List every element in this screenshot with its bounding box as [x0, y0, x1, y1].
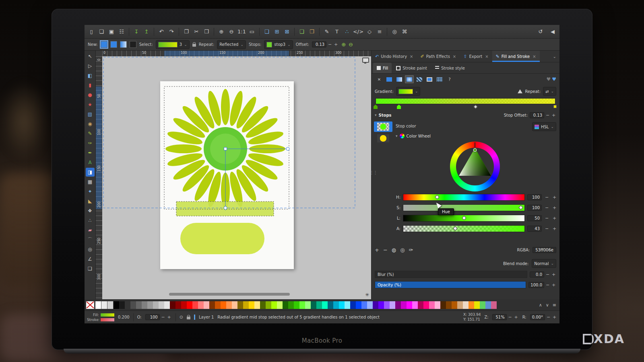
- subtab-stroke-style[interactable]: Stroke style: [431, 63, 469, 73]
- layer-lock-icon[interactable]: [187, 317, 190, 319]
- palette-swatch[interactable]: [429, 301, 435, 309]
- paint-linear-gradient-button[interactable]: [395, 75, 404, 83]
- slider-value-H[interactable]: 100: [527, 194, 542, 200]
- collapse-panel-icon[interactable]: ◀: [548, 27, 557, 36]
- tool-node-editor[interactable]: ▷: [86, 62, 95, 70]
- insert-stop-button[interactable]: ⊕: [341, 41, 346, 47]
- gradient-repeat-dropdown[interactable]: ⇄ ⌄: [543, 87, 556, 96]
- new-radial-gradient-button[interactable]: [110, 41, 117, 48]
- opacity-slider[interactable]: Opacity (%): [375, 281, 526, 288]
- stroke-swatch[interactable]: [101, 318, 114, 321]
- pot-pill-shape[interactable]: [180, 223, 264, 254]
- rgba-value[interactable]: 53ff006e: [533, 247, 556, 253]
- tool-ellipse[interactable]: ●: [86, 90, 95, 99]
- palette-swatch[interactable]: [232, 301, 237, 309]
- tool-pages[interactable]: ❏: [86, 264, 95, 273]
- palette-swatch[interactable]: [322, 301, 328, 309]
- fill-rule-evenodd-icon[interactable]: ♥: [546, 76, 551, 82]
- snap-toggle-icon[interactable]: ✳: [365, 292, 369, 298]
- stop-item-stop3[interactable]: [374, 121, 392, 132]
- object-opacity-increase-button[interactable]: +: [167, 315, 172, 320]
- palette-scroll-up-button[interactable]: ∧: [539, 302, 542, 308]
- zoom-value[interactable]: 51%: [492, 314, 507, 320]
- tool-connector[interactable]: ⌒: [86, 235, 95, 244]
- palette-swatch[interactable]: [350, 301, 356, 309]
- palette-swatch[interactable]: [249, 301, 254, 309]
- blur-value[interactable]: 0.0: [530, 272, 544, 278]
- tool-mesh-gradient[interactable]: ▦: [86, 177, 95, 186]
- tool-bezier-pen[interactable]: ✑: [86, 139, 95, 148]
- vertical-ruler[interactable]: 050100150200250300: [96, 56, 103, 299]
- palette-swatch[interactable]: [288, 301, 294, 309]
- paint-flat-button[interactable]: [385, 75, 394, 83]
- tool-dropper[interactable]: ✦: [86, 187, 95, 196]
- tool-box-3d[interactable]: ▧: [86, 110, 95, 119]
- copy-icon[interactable]: ❐: [182, 27, 191, 36]
- palette-swatch[interactable]: [170, 301, 175, 309]
- slider-increase-L[interactable]: +: [552, 216, 557, 221]
- tool-calligraphy[interactable]: ✒: [86, 148, 95, 157]
- apply-to-stroke-button[interactable]: [130, 41, 136, 48]
- stops-dropdown[interactable]: stop3 ⌄: [264, 40, 293, 49]
- color-wheel[interactable]: [450, 142, 500, 191]
- tool-spray[interactable]: ∴: [86, 216, 95, 225]
- palette-swatch[interactable]: [243, 301, 249, 309]
- gradient-stop-marker[interactable]: [474, 105, 478, 109]
- palette-swatch[interactable]: [153, 301, 159, 309]
- slider-track-S[interactable]: [403, 204, 525, 211]
- palette-menu-button[interactable]: ≡: [553, 302, 556, 308]
- palette-swatch[interactable]: [446, 301, 452, 309]
- palette-scroll-down-button[interactable]: ∨: [546, 302, 549, 308]
- color-notation-icon[interactable]: ◎: [400, 247, 405, 253]
- palette-swatch[interactable]: [95, 301, 101, 309]
- tool-eraser[interactable]: ▰: [86, 226, 95, 234]
- palette-swatch[interactable]: [440, 301, 446, 309]
- slider-increase-A[interactable]: +: [552, 226, 557, 231]
- palette-swatch[interactable]: [339, 301, 345, 309]
- close-icon[interactable]: ×: [485, 54, 488, 59]
- gradient-center-handle[interactable]: [224, 148, 227, 150]
- palette-swatch[interactable]: [452, 301, 457, 309]
- palette-swatch[interactable]: [328, 301, 333, 309]
- palette-swatch[interactable]: [266, 301, 271, 309]
- palette-swatch[interactable]: [474, 301, 480, 309]
- object-opacity-value[interactable]: 100: [145, 314, 160, 320]
- color-mode-dropdown[interactable]: HSL ⌄: [532, 122, 556, 131]
- tool-text[interactable]: A: [86, 158, 95, 167]
- palette-swatch[interactable]: [311, 301, 316, 309]
- paint-mesh-button[interactable]: [435, 75, 444, 83]
- opacity-increase-button[interactable]: +: [551, 282, 556, 288]
- subtab-stroke-paint[interactable]: Stroke paint: [392, 63, 431, 73]
- palette-swatch[interactable]: [209, 301, 215, 309]
- palette-swatch[interactable]: [221, 301, 226, 309]
- spray-dialog-icon[interactable]: ∴: [343, 27, 351, 36]
- palette-swatch[interactable]: [418, 301, 423, 309]
- palette-swatch[interactable]: [485, 301, 491, 309]
- close-icon[interactable]: ×: [533, 54, 536, 59]
- slider-decrease-L[interactable]: −: [544, 216, 549, 221]
- color-picker-icon[interactable]: ✑: [409, 247, 413, 253]
- offset-decrease-button[interactable]: −: [327, 42, 332, 47]
- open-document-icon[interactable]: ❏: [97, 27, 106, 36]
- rotation-increase-button[interactable]: +: [552, 315, 557, 320]
- palette-swatch[interactable]: [367, 301, 373, 309]
- hsl-triangle[interactable]: [450, 142, 500, 191]
- tab-export[interactable]: ⇧Export×: [460, 51, 492, 62]
- gradient-dropdown[interactable]: ⌄: [396, 87, 421, 96]
- slider-increase-H[interactable]: +: [552, 195, 557, 200]
- close-icon[interactable]: ×: [453, 54, 456, 59]
- slider-marker-L[interactable]: [462, 216, 466, 220]
- palette-swatch[interactable]: [101, 301, 107, 309]
- palette-swatch[interactable]: [237, 301, 243, 309]
- gradient-edge-handle[interactable]: [286, 147, 289, 150]
- slider-track-A[interactable]: [403, 225, 525, 232]
- palette-swatch[interactable]: [480, 301, 485, 309]
- gradient-stop-marker[interactable]: [397, 105, 401, 109]
- print-icon[interactable]: ☷: [117, 27, 126, 36]
- find-icon[interactable]: ◎: [390, 27, 399, 36]
- palette-swatch[interactable]: [401, 301, 407, 309]
- palette-swatch[interactable]: [345, 301, 350, 309]
- save-document-icon[interactable]: ▣: [107, 27, 116, 36]
- zoom-out-icon[interactable]: ⊖: [227, 27, 236, 36]
- paint-none-button[interactable]: ✕: [375, 75, 384, 83]
